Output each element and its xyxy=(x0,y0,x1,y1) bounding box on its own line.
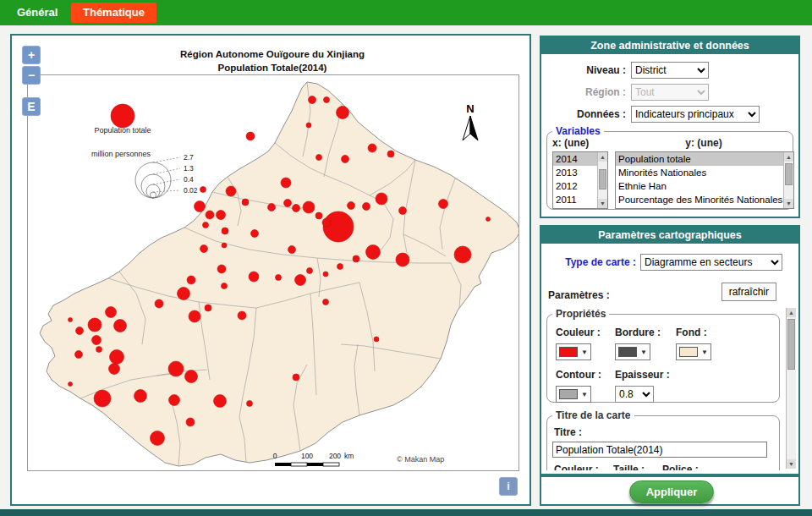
population-circle xyxy=(316,155,322,161)
x-listbox[interactable]: ▲ ▼ 2014201320122011 xyxy=(552,151,608,209)
population-circle xyxy=(205,305,211,311)
extent-button[interactable]: E xyxy=(22,97,41,116)
scroll-down-icon[interactable]: ▼ xyxy=(784,199,793,208)
legend-symbol-label: Population totale xyxy=(94,126,151,134)
population-circle xyxy=(189,310,200,322)
population-circle xyxy=(454,246,471,263)
niveau-select[interactable]: District xyxy=(631,62,709,79)
admin-panel-title: Zone administrative et données xyxy=(541,37,798,54)
x-list-scrollbar[interactable]: ▲ ▼ xyxy=(597,152,607,208)
population-circle xyxy=(323,299,329,305)
region-label: Région : xyxy=(541,86,626,98)
y-option[interactable]: Pourcentage des Minorités Nationales xyxy=(616,193,783,206)
scroll-down-icon[interactable]: ▼ xyxy=(598,199,607,208)
titre-couleur-label: Couleur : xyxy=(554,464,608,470)
population-circle xyxy=(69,318,73,322)
xinjiang-map[interactable]: 2.71.30.40.02 Population totale million … xyxy=(28,75,518,470)
y-listbox[interactable]: ▲ ▼ Population totaleMinorités Nationale… xyxy=(615,151,794,209)
titre-police-label: Police : xyxy=(662,464,710,470)
zoom-out-button[interactable]: − xyxy=(22,66,41,85)
contour-swatch-dropdown[interactable]: ▼ xyxy=(556,386,591,403)
attribution: © Makan Map xyxy=(397,455,444,464)
map-title-line1: Région Autonome Ouïgoure du Xinjiang xyxy=(27,47,518,61)
x-option[interactable]: 2013 xyxy=(553,166,597,179)
bordure-swatch-dropdown[interactable]: ▼ xyxy=(615,343,650,360)
contour-label: Contour : xyxy=(556,369,610,381)
population-circle xyxy=(288,246,296,254)
map-type-label: Type de carte : xyxy=(541,256,636,268)
population-circle xyxy=(363,203,370,211)
y-list-scrollbar[interactable]: ▲ ▼ xyxy=(783,152,793,208)
scroll-thumb[interactable] xyxy=(599,169,606,189)
y-option[interactable]: Population totale xyxy=(616,152,783,166)
zoom-in-button[interactable]: + xyxy=(22,46,41,64)
population-circle xyxy=(374,337,379,342)
population-circle xyxy=(284,200,292,207)
refresh-button[interactable]: rafraîchir xyxy=(721,283,776,301)
population-circle xyxy=(324,97,330,103)
population-circle xyxy=(337,264,343,270)
north-arrow-icon: N xyxy=(463,102,478,140)
info-button[interactable]: i xyxy=(499,477,518,496)
map-type-select[interactable]: Diagramme en secteurs xyxy=(640,254,782,271)
scale-tick-0: 0 xyxy=(273,452,277,460)
epaisseur-select[interactable]: 0.8 xyxy=(615,386,654,403)
population-circle xyxy=(293,374,299,381)
size-legend-value: 0.02 xyxy=(184,186,198,195)
titre-legend: Titre de la carte xyxy=(552,409,634,421)
population-circle xyxy=(203,222,209,228)
y-option[interactable]: Ethnie Han xyxy=(616,179,783,193)
chevron-down-icon: ▼ xyxy=(581,349,588,356)
population-circle xyxy=(206,211,214,219)
population-circle xyxy=(226,186,236,196)
legend-symbol-circle xyxy=(111,104,134,128)
population-circle xyxy=(353,255,359,262)
scroll-up-icon[interactable]: ▲ xyxy=(598,152,607,162)
scroll-thumb[interactable] xyxy=(787,319,795,370)
population-circle xyxy=(366,245,381,260)
fond-swatch-dropdown[interactable]: ▼ xyxy=(676,343,711,360)
population-circle xyxy=(247,401,253,407)
population-circle xyxy=(337,107,349,119)
population-circle xyxy=(217,211,226,220)
couleur-swatch-dropdown[interactable]: ▼ xyxy=(556,343,591,360)
tab-general[interactable]: Général xyxy=(17,0,58,25)
scroll-thumb[interactable] xyxy=(785,163,793,185)
variables-fieldset: Variables x: (une) y: (une) ▲ ▼ 20142013… xyxy=(546,125,793,210)
y-option[interactable]: Minorités Nationales xyxy=(616,166,783,179)
x-option[interactable]: 2011 xyxy=(553,193,597,206)
titre-label: Titre : xyxy=(554,426,605,438)
population-circle xyxy=(439,200,448,209)
population-circle xyxy=(396,253,409,266)
params-scrollbar[interactable]: ▲ ▼ xyxy=(786,308,796,469)
population-circle xyxy=(323,272,328,277)
population-circle xyxy=(69,382,73,387)
population-circle xyxy=(106,307,117,318)
scroll-down-icon[interactable]: ▼ xyxy=(787,459,796,469)
population-circle xyxy=(200,187,206,193)
scroll-up-icon[interactable]: ▲ xyxy=(787,308,796,317)
population-circle xyxy=(399,207,407,215)
chevron-down-icon: ▼ xyxy=(701,349,708,356)
admin-panel: Zone administrative et données Niveau : … xyxy=(540,36,800,218)
population-circle xyxy=(307,268,313,274)
apply-button[interactable]: Appliquer xyxy=(629,480,714,503)
bordure-label: Bordure : xyxy=(615,327,671,338)
population-circle xyxy=(222,243,227,248)
variables-legend: Variables xyxy=(552,125,604,137)
population-circle xyxy=(217,265,226,273)
x-option[interactable]: 2012 xyxy=(553,179,597,193)
population-circle xyxy=(348,202,355,210)
donnees-select[interactable]: Indicateurs principaux xyxy=(631,106,760,123)
scroll-up-icon[interactable]: ▲ xyxy=(784,152,793,162)
population-circle xyxy=(222,283,228,289)
population-circle xyxy=(110,350,124,365)
couleur-label: Couleur : xyxy=(556,327,610,338)
titre-input[interactable] xyxy=(552,442,767,458)
population-circle xyxy=(368,144,376,152)
region-select[interactable]: Tout xyxy=(631,84,709,101)
map-panel: + − E Région Autonome Ouïgoure du Xinjia… xyxy=(10,34,531,506)
tab-thematique[interactable]: Thématique xyxy=(71,3,156,23)
population-circle xyxy=(75,351,83,359)
x-option[interactable]: 2014 xyxy=(553,152,597,166)
